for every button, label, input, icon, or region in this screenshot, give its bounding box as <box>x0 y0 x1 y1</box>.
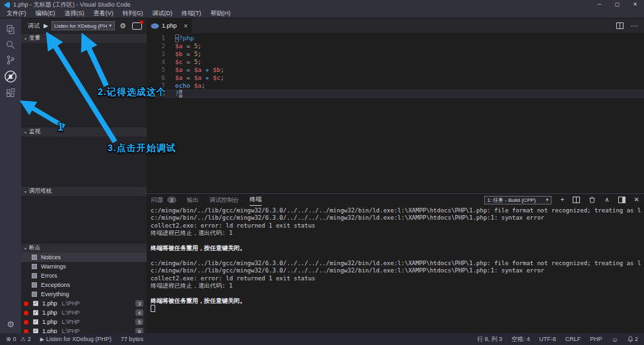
menu-item[interactable]: 文件(F) <box>2 9 31 18</box>
split-terminal-icon[interactable] <box>573 197 580 203</box>
code-line[interactable]: 2$a = 5; <box>147 42 644 50</box>
search-icon[interactable] <box>5 40 16 50</box>
breakpoint-path: L:\PHP <box>62 319 80 325</box>
breakpoint-item[interactable]: ✓1.phpL:\PHP5 <box>21 317 147 327</box>
kill-terminal-icon[interactable] <box>589 196 596 204</box>
terminal-line: 终端将被任务重用，按任意键关闭。 <box>151 298 641 305</box>
breakpoints-panel: NoticesWarningsErrorsExceptionsEverythin… <box>21 253 147 333</box>
terminal-line: c:/mingw/bin/../lib/gcc/mingw32/6.3.0/..… <box>151 207 641 214</box>
panel-tab[interactable]: 调试控制台 <box>209 195 239 206</box>
debug-config-dropdown[interactable]: Listen for XDebug (PHI ▼ <box>52 21 115 30</box>
breakpoint-filter-warnings[interactable]: Warnings <box>21 262 147 271</box>
encoding-status[interactable]: UTF-8 <box>539 336 556 342</box>
breakpoint-item[interactable]: ✓1.phpL:\PHP4 <box>21 308 147 317</box>
section-call-stack[interactable]: ▾ 调用堆栈 <box>21 186 147 196</box>
breakpoint-item[interactable]: ✓1.phpL:\PHP3 <box>21 299 147 308</box>
section-variables[interactable]: ▾ 变量 <box>21 33 147 43</box>
section-breakpoints[interactable]: ▾ 断点 <box>21 243 147 253</box>
menu-item[interactable]: 终端(T) <box>177 9 206 18</box>
php-icon <box>151 23 159 29</box>
panel-tab[interactable]: 终端 <box>250 194 262 206</box>
terminal-output[interactable]: c:/mingw/bin/../lib/gcc/mingw32/6.3.0/..… <box>151 207 641 332</box>
breakpoint-filter-everything[interactable]: Everything <box>21 290 147 299</box>
code-line[interactable]: 8?> <box>147 90 644 98</box>
checkbox-icon[interactable] <box>32 273 37 278</box>
close-panel-icon[interactable]: ✕ <box>634 197 639 203</box>
code-line[interactable]: 5$a = $a + $b; <box>147 66 644 74</box>
breakpoint-filter-notices[interactable]: Notices <box>21 253 147 262</box>
menu-item[interactable]: 编辑(E) <box>31 9 60 18</box>
code-token: ; <box>197 50 201 58</box>
cursor-position-status[interactable]: 行 8, 列 3 <box>477 335 502 344</box>
breakpoint-path: L:\PHP <box>62 300 80 307</box>
debug-console-icon[interactable] <box>132 22 142 30</box>
breakpoint-filter-label: Exceptions <box>41 282 70 288</box>
code-editor[interactable]: 1<?php2$a = 5;3$b = 5;4$c = 5;5$a = $a +… <box>147 33 644 193</box>
checkbox-icon[interactable] <box>32 255 37 260</box>
language-status[interactable]: PHP <box>590 336 602 342</box>
code-token: = <box>182 66 194 74</box>
window-title: 1.php - 无标题 (工作区) - Visual Studio Code <box>13 1 130 9</box>
menu-bar: 文件(F)编辑(E)选择(S)查看(V)转到(G)调试(D)终端(T)帮助(H) <box>0 9 644 18</box>
chevron-down-icon: ▼ <box>545 198 549 202</box>
configure-gear-icon[interactable]: ⚙ <box>120 22 126 30</box>
checkbox-checked-icon[interactable]: ✓ <box>33 301 38 306</box>
breakpoint-filter-exceptions[interactable]: Exceptions <box>21 280 147 290</box>
terminal-line: c:/mingw/bin/../lib/gcc/mingw32/6.3.0/..… <box>151 267 641 274</box>
breakpoint-item[interactable]: ✓1.phpL:\PHP6 <box>21 327 147 333</box>
breakpoint-filter-label: Errors <box>41 272 57 279</box>
code-line[interactable]: 3$b = 5; <box>147 50 644 58</box>
split-editor-icon[interactable] <box>616 22 624 29</box>
debug-icon[interactable] <box>4 70 17 83</box>
panel-tab[interactable]: 问题2 <box>151 195 176 206</box>
code-line[interactable]: 1<?php <box>147 34 644 42</box>
source-control-icon[interactable] <box>5 55 16 65</box>
menu-item[interactable]: 选择(S) <box>60 9 89 18</box>
panel-tab[interactable]: 输出 <box>187 195 199 206</box>
minimize-button[interactable]: ─ <box>590 0 608 9</box>
line-number: 4 <box>147 58 175 66</box>
checkbox-icon[interactable] <box>32 282 37 288</box>
eol-status[interactable]: CRLF <box>565 336 581 342</box>
status-right-group: 行 8, 列 3 空格: 4 UTF-8 CRLF PHP ☺ 2 <box>468 335 638 344</box>
code-token: $b <box>213 66 220 74</box>
menu-item[interactable]: 查看(V) <box>89 9 118 18</box>
more-actions-icon[interactable]: ⋯ <box>631 23 638 28</box>
new-terminal-icon[interactable]: + <box>560 197 564 203</box>
breakpoint-path: L:\PHP <box>62 328 80 333</box>
terminal-line: 终端进程已终止，退出代码: 1 <box>151 230 641 237</box>
line-number: 8 <box>147 90 175 98</box>
menu-item[interactable]: 调试(D) <box>148 9 178 18</box>
indentation-status[interactable]: 空格: 4 <box>511 335 530 344</box>
breakpoint-filter-errors[interactable]: Errors <box>21 271 147 280</box>
close-button[interactable]: ✕ <box>626 0 644 9</box>
start-debug-button[interactable]: ▶ <box>44 22 48 29</box>
extensions-icon[interactable] <box>5 88 16 98</box>
section-watch[interactable]: ▾ 监视 <box>21 127 147 137</box>
checkbox-checked-icon[interactable]: ✓ <box>33 310 38 315</box>
problems-status[interactable]: ⊗ 0 ⚠ 2 <box>6 336 31 342</box>
debug-target-status[interactable]: ▶ Listen for XDebug (PHP) <box>40 336 112 342</box>
checkbox-icon[interactable] <box>32 292 37 297</box>
feedback-smiley-icon[interactable]: ☺ <box>612 336 618 343</box>
menu-item[interactable]: 转到(G) <box>118 9 148 18</box>
maximize-button[interactable]: ▢ <box>608 0 626 9</box>
menu-item[interactable]: 帮助(H) <box>206 9 236 18</box>
code-line[interactable]: 6$a = $a + $c; <box>147 74 644 82</box>
checkbox-checked-icon[interactable]: ✓ <box>33 329 38 333</box>
explorer-icon[interactable] <box>5 24 16 35</box>
breakpoint-line-badge: 4 <box>135 309 143 316</box>
code-line[interactable]: 7echo $a; <box>147 82 644 90</box>
code-line[interactable]: 4$c = 5; <box>147 58 644 66</box>
checkbox-checked-icon[interactable]: ✓ <box>33 319 38 325</box>
maximize-panel-icon[interactable]: ∧ <box>604 197 609 203</box>
code-token: ; <box>221 74 225 82</box>
terminal-select[interactable]: 1: 任务 - Build (CPP) ▼ <box>484 196 552 204</box>
tab-close-icon[interactable]: × <box>184 22 188 30</box>
panel-layout-icon[interactable] <box>618 197 626 203</box>
tab-1-php[interactable]: 1.php × <box>147 18 192 33</box>
notifications-status[interactable]: 2 <box>627 336 638 342</box>
settings-gear-icon[interactable]: ⚙ <box>7 320 15 329</box>
editor-group: 1.php × ⋯ 1<?php2$a = 5;3$b = 5;4$c = 5;… <box>147 18 644 193</box>
checkbox-icon[interactable] <box>32 264 37 269</box>
